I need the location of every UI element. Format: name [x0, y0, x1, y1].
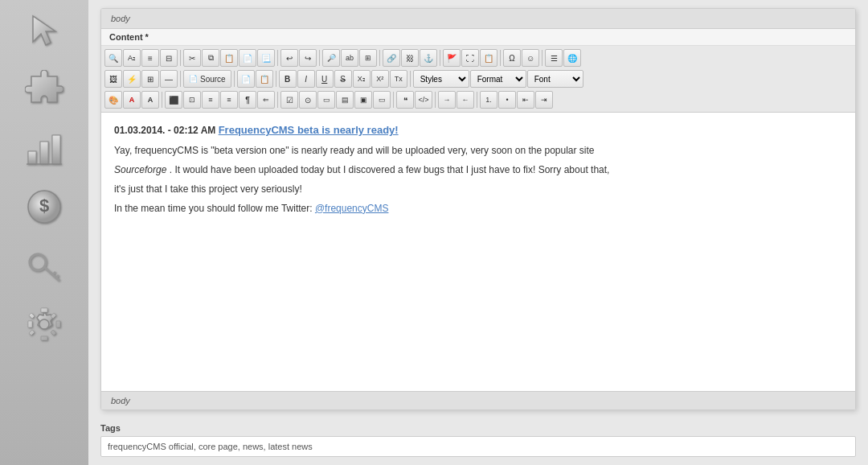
- tags-input[interactable]: [100, 436, 856, 457]
- toolbar-paragraph-btn[interactable]: ¶: [239, 91, 256, 109]
- toolbar-bullet-list-btn[interactable]: •: [498, 91, 516, 109]
- toolbar-find-btn[interactable]: 🔎: [322, 49, 340, 67]
- sidebar-item-gear[interactable]: [23, 302, 67, 346]
- toolbar-bidi-btn[interactable]: ⇐: [257, 91, 275, 109]
- toolbar-sep-11: [410, 71, 411, 87]
- toolbar-globe-btn[interactable]: 🌐: [563, 49, 581, 67]
- svg-marker-0: [33, 16, 55, 45]
- toolbar-replace-btn[interactable]: ab: [341, 49, 358, 67]
- toolbar-align-right-btn[interactable]: ≡: [202, 91, 219, 109]
- toolbar-indent-more-btn[interactable]: →: [438, 91, 456, 109]
- source-button[interactable]: 📄 Source: [183, 70, 231, 88]
- svg-rect-2: [40, 142, 48, 164]
- svg-point-11: [39, 319, 49, 329]
- toolbar-subscript-btn[interactable]: X₂: [353, 70, 371, 88]
- toolbar-row-3: 🎨 A A ⬛ ⊡ ≡ ≡ ¶ ⇐ ☑ ⊙ ▭ ▤ ▣ ▭: [104, 89, 852, 110]
- format-select[interactable]: Format: [470, 70, 526, 88]
- toolbar-image-btn[interactable]: 🖼: [104, 70, 122, 88]
- toolbar-paste2-btn[interactable]: 📄: [239, 49, 256, 67]
- toolbar-sep-15: [435, 92, 436, 108]
- editor-title-link[interactable]: FrequencyCMS beta is nearly ready!: [219, 124, 399, 136]
- toolbar-link-btn[interactable]: 🔗: [383, 49, 400, 67]
- editor-para-2: it's just that I take this project very …: [114, 182, 842, 196]
- toolbar-dedent-btn[interactable]: ⇤: [517, 91, 534, 109]
- toolbar-anchor-btn[interactable]: ⚓: [420, 49, 437, 67]
- editor-date: 01.03.2014. - 02:12 AM: [114, 125, 215, 136]
- toolbar-unlink-btn[interactable]: ⛓: [401, 49, 419, 67]
- sidebar-item-dollar[interactable]: $: [23, 184, 67, 228]
- toolbar-row-2: 🖼 ⚡ ⊞ — 📄 Source 📄 📋 B I U S: [104, 68, 852, 89]
- tags-section: Tags: [100, 418, 856, 457]
- toolbar-textarea-btn[interactable]: ▣: [354, 91, 372, 109]
- toolbar-quote-btn[interactable]: ❝: [396, 91, 414, 109]
- toolbar-bold-btn[interactable]: B: [279, 70, 297, 88]
- main-content: body Content * 🔍 A₂ ≡ ⊟ ✂ ⧉ 📋 📄 📃: [88, 0, 868, 465]
- toolbar-code-btn[interactable]: </>: [415, 91, 432, 109]
- editor-area[interactable]: 01.03.2014. - 02:12 AM FrequencyCMS beta…: [101, 113, 855, 391]
- toolbar-indent2-btn[interactable]: ⇥: [535, 91, 553, 109]
- toolbar-sep-9: [234, 71, 235, 87]
- toolbar-paste-btn[interactable]: 📋: [220, 49, 238, 67]
- toolbar-search-btn[interactable]: 🔍: [104, 49, 122, 67]
- toolbar-color1-btn[interactable]: 🎨: [104, 91, 122, 109]
- font-select[interactable]: Font: [527, 70, 583, 88]
- toolbar-cut-btn[interactable]: ✂: [183, 49, 201, 67]
- toolbar-justify-btn[interactable]: ≡: [220, 91, 238, 109]
- toolbar-sep-8: [180, 71, 181, 87]
- toolbar-doc-btn[interactable]: 📄: [237, 70, 255, 88]
- toolbar-flag-btn[interactable]: 🚩: [443, 49, 461, 67]
- toolbar-button-btn[interactable]: ▭: [373, 91, 391, 109]
- toolbar-sep-14: [393, 92, 394, 108]
- toolbar-indent-less-btn[interactable]: ←: [457, 91, 474, 109]
- toolbar-align-left-btn[interactable]: ⬛: [165, 91, 182, 109]
- toolbar-italic-btn[interactable]: I: [297, 70, 315, 88]
- toolbar-omega-btn[interactable]: Ω: [503, 49, 521, 67]
- svg-rect-1: [28, 151, 36, 164]
- toolbar-superscript-btn[interactable]: X²: [371, 70, 389, 88]
- toolbar-flash-btn[interactable]: ⚡: [123, 70, 141, 88]
- toolbar-sep-7: [542, 50, 542, 66]
- toolbar-template-btn[interactable]: 📋: [256, 70, 273, 88]
- sidebar-item-arrow[interactable]: [23, 8, 67, 52]
- styles-select[interactable]: Styles: [413, 70, 469, 88]
- toolbar-strike-btn[interactable]: S: [334, 70, 352, 88]
- toolbar-hr-btn[interactable]: —: [160, 70, 178, 88]
- toolbar-align-center-btn[interactable]: ⊡: [183, 91, 201, 109]
- toolbar-emoji-btn[interactable]: ☺: [522, 49, 539, 67]
- editor-para3-pre: In the mean time you should follow me Tw…: [114, 203, 315, 214]
- toolbar-subtext-btn[interactable]: A₂: [123, 49, 141, 67]
- toolbar-sep-6: [500, 50, 501, 66]
- editor-para1-text: Yay, frequencyCMS is "beta version one" …: [114, 145, 595, 156]
- toolbar-color2-btn[interactable]: A: [123, 91, 141, 109]
- toolbar-line1-btn[interactable]: ≡: [141, 49, 159, 67]
- toolbar-radio-btn[interactable]: ⊙: [299, 91, 317, 109]
- toolbar-paste3-btn[interactable]: 📃: [257, 49, 275, 67]
- toolbar-select2-btn[interactable]: ▤: [336, 91, 354, 109]
- svg-text:$: $: [39, 195, 49, 216]
- toolbar-numbered-list-btn[interactable]: 1.: [480, 91, 497, 109]
- toolbar-undo-btn[interactable]: ↩: [280, 49, 298, 67]
- editor-para-1: Yay, frequencyCMS is "beta version one" …: [114, 143, 842, 158]
- toolbar-sep-4: [379, 50, 380, 66]
- toolbar-top: 🔍 A₂ ≡ ⊟ ✂ ⧉ 📋 📄 📃 ↩ ↪ 🔎 ab: [101, 46, 855, 113]
- toolbar-select-all-btn[interactable]: ⊞: [359, 49, 377, 67]
- toolbar-checkbox-btn[interactable]: ☑: [280, 91, 298, 109]
- content-panel: body Content * 🔍 A₂ ≡ ⊟ ✂ ⧉ 📋 📄 📃: [100, 8, 856, 410]
- toolbar-bgcolor-btn[interactable]: A: [141, 91, 159, 109]
- toolbar-redo-btn[interactable]: ↪: [299, 49, 317, 67]
- toolbar-underline-btn[interactable]: U: [316, 70, 334, 88]
- toolbar-removeformat-btn[interactable]: Tx: [390, 70, 407, 88]
- toolbar-line2-btn[interactable]: ⊟: [160, 49, 178, 67]
- toolbar-sep-1: [180, 50, 181, 66]
- sidebar-item-puzzle[interactable]: [23, 67, 67, 111]
- sidebar-item-chart[interactable]: [23, 126, 67, 170]
- editor-twitter-link[interactable]: @frequencyCMS: [315, 203, 389, 214]
- toolbar-list-btn[interactable]: ☰: [545, 49, 563, 67]
- toolbar-clipboard-btn[interactable]: 📋: [480, 49, 497, 67]
- source-label: Source: [200, 75, 226, 84]
- toolbar-input-btn[interactable]: ▭: [317, 91, 335, 109]
- toolbar-fullscreen-btn[interactable]: ⛶: [461, 49, 479, 67]
- toolbar-table-btn[interactable]: ⊞: [141, 70, 159, 88]
- sidebar-item-key[interactable]: [23, 243, 67, 287]
- toolbar-copy-btn[interactable]: ⧉: [202, 49, 219, 67]
